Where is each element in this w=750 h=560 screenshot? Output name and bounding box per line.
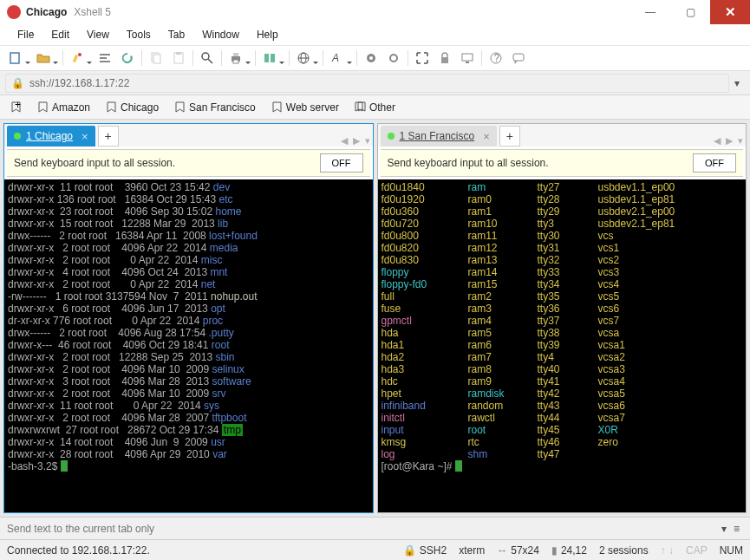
menu-file[interactable]: File: [9, 26, 42, 43]
status-pos: ▮24,12: [551, 544, 587, 557]
svg-rect-4: [100, 61, 110, 62]
status-num: NUM: [720, 544, 743, 557]
status-bar: Connected to 192.168.1.17:22. 🔒SSH2 xter…: [0, 539, 750, 560]
tab-close-icon[interactable]: ×: [483, 130, 490, 143]
svg-point-21: [369, 56, 373, 60]
menu-view[interactable]: View: [78, 26, 118, 43]
svg-rect-14: [264, 54, 269, 62]
menu-help[interactable]: Help: [248, 26, 287, 43]
window-title: Chicago: [26, 6, 67, 18]
status-size: ↔57x24: [497, 544, 539, 557]
status-cap: CAP: [686, 544, 708, 557]
svg-rect-28: [513, 54, 524, 61]
broadcast-toggle[interactable]: OFF: [320, 153, 363, 173]
screen-button[interactable]: [457, 48, 478, 68]
chat-button[interactable]: [508, 48, 529, 68]
highlight-button[interactable]: [67, 48, 93, 68]
tab-chicago[interactable]: 1 Chicago ×: [7, 126, 95, 147]
globe-button[interactable]: [293, 48, 319, 68]
svg-rect-2: [100, 54, 110, 55]
address-bar: 🔒 ssh://192.168.1.17:22 ▾: [0, 71, 750, 95]
window-subtitle: Xshell 5: [74, 6, 111, 18]
bookmark-other[interactable]: Other: [349, 99, 401, 116]
open-session-button[interactable]: [33, 48, 59, 68]
lock-icon[interactable]: [434, 48, 455, 68]
tab-row-right: 1 San Francisco × + ◀ ▶ ▾: [378, 124, 747, 147]
pane-chicago: 1 Chicago × + ◀ ▶ ▾ Send keyboard input …: [3, 123, 374, 513]
compose-menu-icon[interactable]: ≡: [730, 523, 743, 535]
address-dropdown[interactable]: ▾: [729, 77, 745, 89]
svg-rect-23: [441, 57, 448, 63]
new-session-button[interactable]: [5, 48, 31, 68]
gear-icon[interactable]: [361, 48, 382, 68]
tab-next-button[interactable]: ▶: [723, 135, 735, 147]
svg-rect-8: [176, 52, 181, 55]
tab-menu-button[interactable]: ▾: [362, 135, 373, 147]
resize-icon: ↔: [497, 544, 507, 557]
bookmark-amazon[interactable]: Amazon: [32, 99, 95, 116]
fullscreen-button[interactable]: [412, 48, 433, 68]
print-button[interactable]: [225, 48, 251, 68]
bookmark-bar: + AmazonChicagoSan FranciscoWeb serverOt…: [0, 95, 750, 120]
bookmark-web-server[interactable]: Web server: [266, 99, 344, 116]
refresh-button[interactable]: [117, 48, 138, 68]
tab-label: 1 San Francisco: [400, 130, 475, 142]
maximize-button[interactable]: ▢: [670, 0, 710, 24]
font-button[interactable]: A: [327, 48, 353, 68]
compose-bar: ▾ ≡: [0, 517, 750, 539]
menu-tab[interactable]: Tab: [160, 26, 193, 43]
status-arrows: ↑ ↓: [661, 544, 674, 557]
bookmark-chicago[interactable]: Chicago: [101, 99, 164, 116]
status-sessions: 2 sessions: [599, 544, 649, 557]
svg-line-10: [208, 59, 212, 63]
tab-sanfrancisco[interactable]: 1 San Francisco ×: [381, 126, 497, 147]
cursor-icon: ▮: [551, 544, 558, 557]
status-dot-icon: [14, 133, 21, 140]
svg-text:A: A: [331, 52, 339, 64]
menu-window[interactable]: Window: [193, 26, 248, 43]
svg-rect-12: [233, 53, 238, 56]
tab-menu-button[interactable]: ▾: [735, 135, 746, 147]
bookmark-san-francisco[interactable]: San Francisco: [169, 99, 261, 116]
minimize-button[interactable]: —: [630, 0, 670, 24]
banner-text: Send keyboard input to all session.: [388, 157, 694, 169]
menu-tools[interactable]: Tools: [118, 26, 160, 43]
svg-text:+: +: [15, 101, 21, 111]
broadcast-toggle[interactable]: OFF: [693, 153, 736, 173]
transfer-button[interactable]: [259, 48, 285, 68]
tab-prev-button[interactable]: ◀: [711, 135, 723, 147]
compose-dropdown[interactable]: ▾: [718, 523, 730, 535]
svg-rect-0: [10, 53, 19, 63]
close-button[interactable]: ✕: [710, 0, 750, 24]
find-button[interactable]: [197, 48, 218, 68]
lock-icon: 🔒: [403, 544, 416, 557]
paste-button[interactable]: [168, 48, 189, 68]
tab-next-button[interactable]: ▶: [350, 135, 362, 147]
compose-input[interactable]: [7, 523, 718, 535]
tab-prev-button[interactable]: ◀: [338, 135, 350, 147]
status-connection: Connected to 192.168.1.17:22.: [7, 544, 150, 557]
panes-container: 1 Chicago × + ◀ ▶ ▾ Send keyboard input …: [0, 120, 750, 517]
broadcast-banner: Send keyboard input to all session. OFF: [381, 149, 744, 177]
svg-rect-24: [462, 54, 473, 61]
svg-text:?: ?: [494, 52, 500, 64]
tab-add-button[interactable]: +: [98, 126, 119, 147]
menu-edit[interactable]: Edit: [42, 26, 78, 43]
terminal-sanfrancisco[interactable]: fd0u1840ramtty27usbdev1.1_ep00fd0u1920ra…: [378, 179, 747, 512]
tab-close-icon[interactable]: ×: [82, 130, 88, 143]
help-button[interactable]: ?: [486, 48, 506, 68]
tools-button[interactable]: [383, 48, 404, 68]
address-input[interactable]: 🔒 ssh://192.168.1.17:22: [5, 74, 729, 93]
svg-rect-15: [271, 54, 275, 62]
titlebar: Chicago Xshell 5 — ▢ ✕: [0, 0, 750, 24]
terminal-chicago[interactable]: drwxr-xr-x 11 root root 3960 Oct 23 15:4…: [4, 179, 373, 512]
tab-row-left: 1 Chicago × + ◀ ▶ ▾: [4, 124, 373, 147]
svg-point-22: [390, 55, 397, 62]
format-button[interactable]: [95, 48, 115, 68]
address-text: ssh://192.168.1.17:22: [29, 77, 129, 89]
toolbar: A ?: [0, 45, 750, 71]
status-dot-icon: [388, 133, 395, 140]
copy-button[interactable]: [146, 48, 166, 68]
tab-add-button[interactable]: +: [499, 126, 520, 147]
bookmark-new[interactable]: +: [5, 99, 27, 115]
